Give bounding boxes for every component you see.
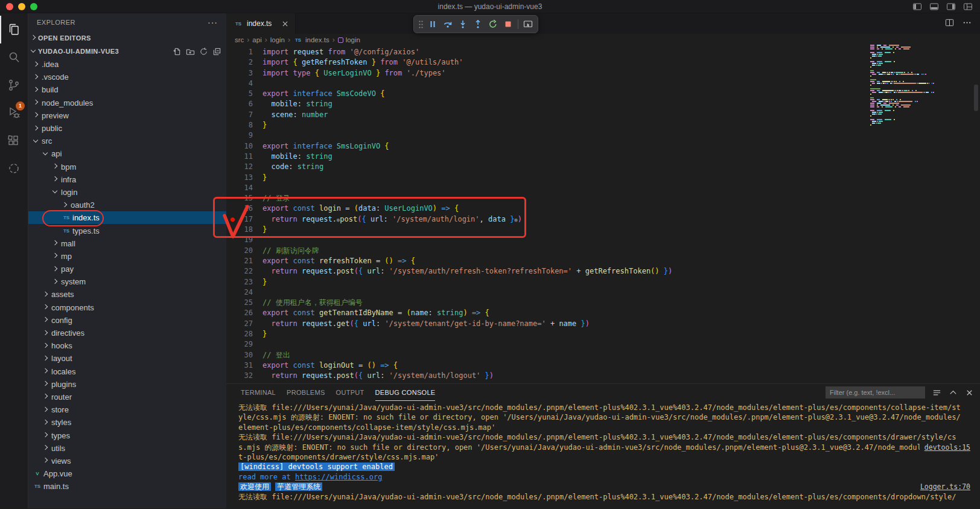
tree-item-oauth2[interactable]: oauth2 xyxy=(28,199,226,211)
breakpoint-gutter[interactable] xyxy=(226,68,238,78)
tree-item-.vscode[interactable]: .vscode xyxy=(28,71,226,83)
tree-item-src[interactable]: src xyxy=(28,135,226,147)
code-line-1[interactable]: 1import request from '@/config/axios' xyxy=(226,47,980,57)
console-filter-input[interactable] xyxy=(826,386,925,399)
restart-button[interactable] xyxy=(486,17,500,31)
code-line-22[interactable]: 22 return request.post({ url: '/system/a… xyxy=(226,266,980,277)
console-source-link[interactable]: devtools:15 xyxy=(924,443,980,452)
breakpoint-gutter[interactable] xyxy=(226,173,238,183)
breakpoint-icon[interactable]: ● xyxy=(226,214,238,225)
tree-item-utils[interactable]: utils xyxy=(28,442,226,455)
step-out-button[interactable] xyxy=(471,17,485,31)
code-line-13[interactable]: 13} xyxy=(226,173,980,183)
tree-item-main.ts[interactable]: TSmain.ts xyxy=(28,480,226,493)
tree-item-bpm[interactable]: bpm xyxy=(28,161,226,173)
tab-index-ts[interactable]: TS index.ts xyxy=(226,13,296,34)
activity-extensions-icon[interactable] xyxy=(0,127,28,155)
breakpoint-gutter[interactable] xyxy=(226,246,238,256)
editor-scrollbar[interactable] xyxy=(974,85,978,111)
breakpoint-gutter[interactable] xyxy=(226,183,238,193)
editor-more-actions-icon[interactable] xyxy=(962,18,972,30)
tree-item-mall[interactable]: mall xyxy=(28,237,226,250)
toggle-panel-icon[interactable] xyxy=(929,2,939,11)
code-line-3[interactable]: 3import type { UserLoginVO } from './typ… xyxy=(226,68,980,78)
breakpoint-gutter[interactable] xyxy=(226,371,238,381)
code-line-29[interactable]: 29 xyxy=(226,339,980,350)
code-line-27[interactable]: 27 return request.get({ url: '/system/te… xyxy=(226,319,980,329)
code-line-28[interactable]: 28} xyxy=(226,329,980,339)
tree-item-styles[interactable]: styles xyxy=(28,416,226,429)
tree-item-.idea[interactable]: .idea xyxy=(28,58,226,71)
breadcrumb-item-login[interactable]: login xyxy=(338,36,360,43)
breadcrumb-item-api[interactable]: api xyxy=(252,36,261,43)
breakpoint-gutter[interactable] xyxy=(226,350,238,360)
breakpoint-gutter[interactable] xyxy=(226,99,238,109)
code-line-14[interactable]: 14 xyxy=(226,183,980,193)
activity-search-icon[interactable] xyxy=(0,43,28,71)
breakpoint-gutter[interactable] xyxy=(226,360,238,371)
panel-tab-problems[interactable]: PROBLEMS xyxy=(287,384,325,401)
new-file-icon[interactable] xyxy=(173,47,182,56)
breakpoint-gutter[interactable] xyxy=(226,235,238,245)
code-line-12[interactable]: 12 code: string xyxy=(226,162,980,172)
tree-item-assets[interactable]: assets xyxy=(28,288,226,301)
tree-item-build[interactable]: build xyxy=(28,83,226,96)
refresh-icon[interactable] xyxy=(199,47,208,56)
activity-source-control-icon[interactable] xyxy=(0,71,28,99)
breakpoint-gutter[interactable] xyxy=(226,319,238,329)
code-line-21[interactable]: 21export const refreshToken = () => { xyxy=(226,256,980,266)
tree-item-login[interactable]: login xyxy=(28,186,226,199)
collapse-folders-icon[interactable] xyxy=(212,47,221,56)
activity-chatgpt-icon[interactable] xyxy=(0,155,28,182)
console-link[interactable]: https://windicss.org xyxy=(295,473,383,481)
minimize-window-button[interactable] xyxy=(18,3,25,10)
activity-explorer-icon[interactable] xyxy=(0,16,28,43)
tree-item-directives[interactable]: directives xyxy=(28,327,226,339)
console-source-link[interactable]: Logger.ts:70 xyxy=(920,482,980,491)
breadcrumb-item-login[interactable]: login xyxy=(270,36,285,43)
activity-run-debug-icon[interactable]: 1 xyxy=(0,99,28,127)
code-line-8[interactable]: 8} xyxy=(226,120,980,130)
breakpoint-gutter[interactable] xyxy=(226,57,238,68)
code-line-30[interactable]: 30// 登出 xyxy=(226,350,980,360)
project-section-header[interactable]: YUDAO-UI-ADMIN-VUE3 xyxy=(28,45,226,58)
breakpoint-gutter[interactable] xyxy=(226,193,238,203)
breadcrumb-item-src[interactable]: src xyxy=(235,36,244,43)
toolbar-drag-handle[interactable] xyxy=(416,17,425,31)
code-line-31[interactable]: 31export const loginOut = () => { xyxy=(226,360,980,371)
code-line-23[interactable]: 23} xyxy=(226,277,980,287)
code-line-6[interactable]: 6 mobile: string xyxy=(226,99,980,109)
minimap[interactable] xyxy=(870,45,934,126)
tree-item-mp[interactable]: mp xyxy=(28,250,226,263)
console-actions-icon[interactable] xyxy=(932,388,941,397)
explorer-more-actions-icon[interactable]: ··· xyxy=(208,18,218,27)
open-devtools-icon[interactable] xyxy=(521,17,535,31)
code-line-20[interactable]: 20// 刷新访问令牌 xyxy=(226,246,980,256)
new-folder-icon[interactable] xyxy=(186,47,195,56)
breakpoint-gutter[interactable] xyxy=(226,277,238,287)
breakpoint-gutter[interactable] xyxy=(226,225,238,235)
code-line-19[interactable]: 19 xyxy=(226,235,980,245)
toggle-secondary-sidebar-icon[interactable] xyxy=(946,2,956,11)
breakpoint-gutter[interactable] xyxy=(226,152,238,162)
tree-item-locales[interactable]: locales xyxy=(28,365,226,378)
open-editors-section[interactable]: OPEN EDITORS xyxy=(28,31,226,45)
tree-item-infra[interactable]: infra xyxy=(28,173,226,186)
breakpoint-gutter[interactable] xyxy=(226,78,238,89)
breakpoint-gutter[interactable] xyxy=(226,110,238,120)
tree-item-views[interactable]: views xyxy=(28,455,226,467)
tree-item-router[interactable]: router xyxy=(28,391,226,403)
tree-item-api[interactable]: api xyxy=(28,147,226,160)
tree-item-preview[interactable]: preview xyxy=(28,109,226,122)
tree-item-types.ts[interactable]: TStypes.ts xyxy=(28,224,226,237)
close-panel-icon[interactable] xyxy=(965,388,974,397)
pause-button[interactable] xyxy=(425,17,440,31)
breakpoint-gutter[interactable] xyxy=(226,162,238,172)
step-over-button[interactable] xyxy=(441,17,455,31)
panel-tab-debug-console[interactable]: DEBUG CONSOLE xyxy=(375,384,436,401)
panel-tab-terminal[interactable]: TERMINAL xyxy=(241,384,276,401)
breakpoint-gutter[interactable] xyxy=(226,89,238,99)
code-line-26[interactable]: 26export const getTenantIdByName = (name… xyxy=(226,308,980,318)
breakpoint-gutter[interactable] xyxy=(226,256,238,266)
breakpoint-gutter[interactable] xyxy=(226,298,238,308)
